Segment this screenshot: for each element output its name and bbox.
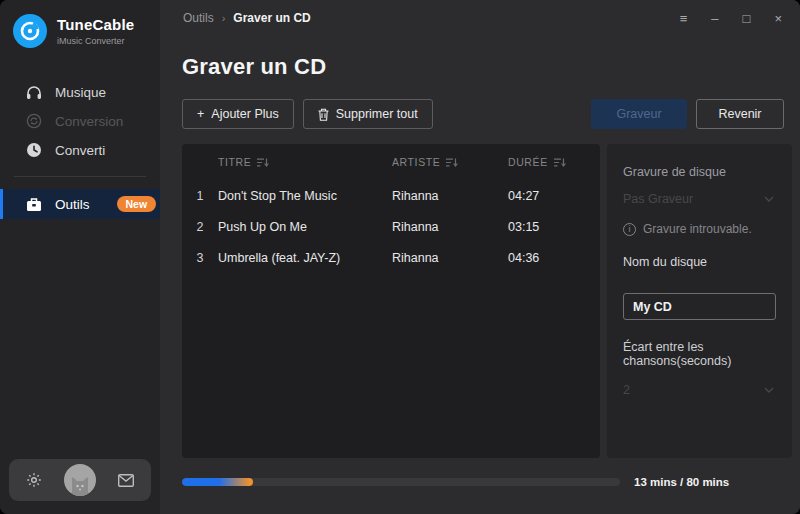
plus-icon: +	[197, 107, 204, 121]
track-duration: 04:27	[508, 189, 600, 203]
track-title: Don't Stop The Music	[218, 189, 392, 203]
sidebar-item-label: Musique	[55, 85, 106, 100]
app-name: TuneCable	[57, 16, 134, 33]
chevron-down-icon	[764, 196, 774, 202]
column-header-artiste[interactable]: ARTISTE	[392, 156, 508, 168]
breadcrumb: Outils › Graver un CD	[183, 11, 311, 25]
gap-select[interactable]: 2	[623, 383, 776, 397]
burn-button[interactable]: Graveur	[591, 99, 687, 129]
breadcrumb-separator: ›	[222, 12, 226, 24]
app-logo: TuneCable iMusic Converter	[0, 0, 160, 48]
burner-label: Gravure de disque	[623, 165, 776, 179]
feedback-button[interactable]	[118, 474, 134, 487]
close-icon[interactable]: ×	[774, 12, 782, 25]
track-number: 1	[182, 189, 218, 203]
new-badge: New	[117, 196, 157, 212]
sidebar-item-conversion[interactable]: Conversion	[0, 107, 160, 135]
app-subtitle: iMusic Converter	[57, 36, 134, 46]
burner-select[interactable]: Pas Graveur	[623, 192, 776, 206]
avatar[interactable]	[64, 464, 96, 496]
sort-icon	[257, 158, 269, 167]
sidebar-item-converti[interactable]: Converti	[0, 136, 160, 164]
table-row[interactable]: 1 Don't Stop The Music Rihanna 04:27	[182, 180, 600, 211]
gap-label: Écart entre les chansons(seconds)	[623, 340, 776, 368]
track-title: Push Up On Me	[218, 220, 392, 234]
trash-icon	[318, 108, 329, 121]
track-title: Umbrella (feat. JAY-Z)	[218, 251, 392, 265]
app-window: TuneCable iMusic Converter Musique	[0, 0, 800, 514]
track-duration: 03:15	[508, 220, 600, 234]
sidebar-item-musique[interactable]: Musique	[0, 78, 160, 106]
burner-warning: i Gravure introuvable.	[623, 222, 776, 236]
gear-icon	[26, 472, 42, 488]
footer: 13 mins / 80 mins	[182, 458, 792, 506]
track-number: 2	[182, 220, 218, 234]
tunecable-disc-icon	[13, 14, 47, 48]
capacity-progress-bar	[182, 478, 620, 486]
table-row[interactable]: 3 Umbrella (feat. JAY-Z) Rihanna 04:36	[182, 242, 600, 273]
delete-all-button[interactable]: Supprimer tout	[303, 99, 433, 129]
track-table: TITRE ARTISTE DURÉE	[182, 144, 600, 458]
column-header-titre[interactable]: TITRE	[218, 156, 392, 168]
headphones-icon	[25, 85, 42, 100]
toolbox-icon	[25, 197, 42, 212]
main-area: Outils › Graver un CD ≡ – □ × Graver un …	[160, 0, 800, 514]
sidebar-divider	[14, 176, 146, 177]
track-number: 3	[182, 251, 218, 265]
chevron-down-icon	[764, 387, 774, 393]
sidebar-item-label: Outils	[55, 197, 90, 212]
disc-name-label: Nom du disque	[623, 255, 776, 269]
track-artist: Rihanna	[392, 189, 508, 203]
toolbar: + Ajouter Plus Supprimer tout Graveur Re…	[182, 99, 792, 129]
sidebar-item-outils[interactable]: Outils New	[0, 189, 160, 219]
page-title: Graver un CD	[182, 54, 792, 80]
track-artist: Rihanna	[392, 251, 508, 265]
capacity-progress-fill	[182, 478, 253, 486]
user-bar	[9, 459, 151, 501]
back-button[interactable]: Revenir	[696, 99, 784, 129]
table-row[interactable]: 2 Push Up On Me Rihanna 03:15	[182, 211, 600, 242]
convert-icon	[25, 113, 42, 129]
burn-settings-panel: Gravure de disque Pas Graveur i Gravure …	[607, 144, 792, 458]
sidebar-item-label: Converti	[55, 143, 105, 158]
disc-name-input[interactable]	[623, 293, 776, 320]
menu-icon[interactable]: ≡	[680, 12, 688, 25]
track-duration: 04:36	[508, 251, 600, 265]
track-artist: Rihanna	[392, 220, 508, 234]
capacity-text: 13 mins / 80 mins	[634, 476, 729, 488]
sidebar-nav: Musique Conversion	[0, 78, 160, 220]
add-more-button[interactable]: + Ajouter Plus	[182, 99, 294, 129]
sort-icon	[446, 158, 458, 167]
content: Graver un CD + Ajouter Plus Supprimer to…	[160, 36, 800, 514]
info-icon: i	[623, 223, 636, 236]
maximize-icon[interactable]: □	[743, 12, 751, 25]
sidebar-item-label: Conversion	[55, 114, 123, 129]
breadcrumb-outils[interactable]: Outils	[183, 11, 214, 25]
settings-button[interactable]	[26, 472, 42, 488]
table-header: TITRE ARTISTE DURÉE	[182, 144, 600, 180]
column-header-duree[interactable]: DURÉE	[508, 156, 600, 168]
breadcrumb-current: Graver un CD	[233, 11, 310, 25]
history-clock-icon	[25, 142, 42, 158]
minimize-icon[interactable]: –	[711, 12, 718, 25]
window-controls: ≡ – □ ×	[680, 12, 782, 25]
sort-icon	[554, 158, 566, 167]
body-row: TITRE ARTISTE DURÉE	[182, 144, 792, 458]
topbar: Outils › Graver un CD ≡ – □ ×	[160, 0, 800, 36]
sidebar: TuneCable iMusic Converter Musique	[0, 0, 160, 514]
mail-icon	[118, 474, 134, 487]
